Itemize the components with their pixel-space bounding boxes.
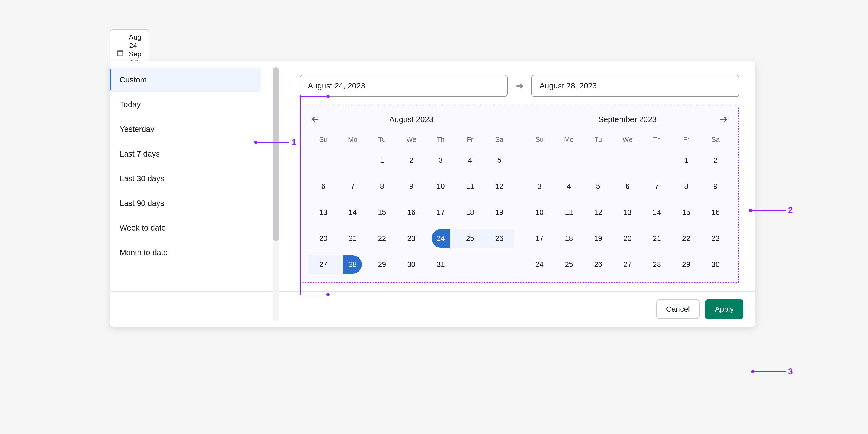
calendar-title: August 2023: [389, 115, 433, 124]
calendar-day[interactable]: 3: [525, 173, 554, 199]
weekday-header: Mo: [338, 132, 367, 147]
calendar-day[interactable]: 28: [338, 251, 367, 278]
calendar-day[interactable]: 30: [397, 251, 426, 278]
calendar-day[interactable]: 1: [672, 147, 701, 173]
weekday-header: Tu: [584, 132, 613, 147]
calendar-day[interactable]: 31: [426, 251, 456, 278]
calendar-day[interactable]: 23: [701, 225, 730, 251]
preset-last-90-days[interactable]: Last 90 days: [110, 191, 261, 215]
calendar-day[interactable]: 29: [672, 251, 701, 278]
weekday-header: Sa: [701, 132, 730, 147]
annotation-2: 2: [788, 205, 793, 215]
calendar-day[interactable]: 26: [485, 225, 514, 251]
calendar-day[interactable]: 27: [309, 251, 338, 278]
calendar-day[interactable]: 19: [584, 225, 613, 251]
calendar-day[interactable]: 25: [456, 225, 485, 251]
cancel-button[interactable]: Cancel: [656, 300, 700, 319]
calendar-day[interactable]: 25: [554, 251, 584, 278]
calendar-day[interactable]: 5: [485, 147, 514, 173]
calendar-day[interactable]: 14: [338, 199, 367, 225]
calendar-icon: [116, 50, 124, 59]
calendar-panel: August 2023SuMoTuWeThFrSa123456789101112…: [300, 105, 739, 283]
calendar-day[interactable]: 18: [456, 199, 485, 225]
weekday-header: Fr: [672, 132, 701, 147]
calendar-day[interactable]: 30: [701, 251, 730, 278]
calendar-day[interactable]: 9: [397, 173, 426, 199]
preset-custom[interactable]: Custom: [110, 68, 261, 92]
preset-month-to-date[interactable]: Month to date: [110, 241, 261, 265]
preset-yesterday[interactable]: Yesterday: [110, 117, 261, 141]
weekday-header: Su: [525, 132, 554, 147]
calendar-day[interactable]: 17: [525, 225, 554, 251]
calendar-day[interactable]: 16: [701, 199, 730, 225]
calendar-title: September 2023: [598, 115, 656, 124]
calendar-day[interactable]: 9: [701, 173, 730, 199]
calendar-day[interactable]: 28: [642, 251, 672, 278]
calendar-day[interactable]: 18: [554, 225, 584, 251]
calendar-day[interactable]: 2: [397, 147, 426, 173]
preset-scrollbar-thumb[interactable]: [273, 67, 279, 241]
prev-month-button[interactable]: [311, 115, 320, 124]
calendar-day[interactable]: 12: [584, 199, 613, 225]
calendar-day[interactable]: 24: [525, 251, 554, 278]
calendar-day[interactable]: 23: [397, 225, 426, 251]
apply-button[interactable]: Apply: [705, 300, 744, 319]
calendar-day[interactable]: 24: [426, 225, 456, 251]
calendar-day[interactable]: 26: [584, 251, 613, 278]
calendar-day[interactable]: 1: [367, 147, 397, 173]
calendar-day[interactable]: 17: [426, 199, 456, 225]
apply-label: Apply: [715, 305, 734, 313]
preset-scrollbar[interactable]: [273, 67, 279, 321]
calendar-day[interactable]: 12: [485, 173, 514, 199]
calendar-day[interactable]: 10: [525, 199, 554, 225]
weekday-header: We: [397, 132, 426, 147]
annotation-3: 3: [788, 367, 793, 376]
calendar-day[interactable]: 13: [613, 199, 642, 225]
weekday-header: Th: [642, 132, 672, 147]
start-date-input[interactable]: August 24, 2023: [300, 75, 507, 97]
calendar-day[interactable]: 7: [642, 173, 672, 199]
weekday-header: Su: [309, 132, 338, 147]
calendar-day[interactable]: 2: [701, 147, 730, 173]
calendar-day[interactable]: 15: [367, 199, 397, 225]
preset-today[interactable]: Today: [110, 93, 261, 117]
calendar-day[interactable]: 16: [397, 199, 426, 225]
calendar-day[interactable]: 7: [338, 173, 367, 199]
calendar-day[interactable]: 22: [367, 225, 397, 251]
preset-week-to-date[interactable]: Week to date: [110, 216, 261, 240]
calendar-day[interactable]: 4: [554, 173, 584, 199]
calendar-day[interactable]: 3: [426, 147, 456, 173]
calendar-day[interactable]: 6: [309, 173, 338, 199]
weekday-header: Th: [426, 132, 456, 147]
calendar-day[interactable]: 11: [554, 199, 584, 225]
weekday-header: We: [613, 132, 642, 147]
calendar-day[interactable]: 21: [338, 225, 367, 251]
calendar-day[interactable]: 5: [584, 173, 613, 199]
calendar-day[interactable]: 13: [309, 199, 338, 225]
calendar-day[interactable]: 21: [642, 225, 672, 251]
calendar-day[interactable]: 29: [367, 251, 397, 278]
preset-last-7-days[interactable]: Last 7 days: [110, 142, 261, 166]
calendar-day[interactable]: 11: [456, 173, 485, 199]
calendar-day[interactable]: 20: [613, 225, 642, 251]
calendar-day[interactable]: 14: [642, 199, 672, 225]
calendar-day[interactable]: 4: [456, 147, 485, 173]
calendar-month: August 2023SuMoTuWeThFrSa123456789101112…: [309, 111, 514, 278]
weekday-header: Tu: [367, 132, 397, 147]
calendar-day[interactable]: 6: [613, 173, 642, 199]
calendar-day[interactable]: 22: [672, 225, 701, 251]
end-date-value: August 28, 2023: [539, 82, 597, 90]
calendar-day[interactable]: 8: [367, 173, 397, 199]
preset-last-30-days[interactable]: Last 30 days: [110, 166, 261, 191]
calendar-day[interactable]: 10: [426, 173, 456, 199]
calendar-day[interactable]: 8: [672, 173, 701, 199]
end-date-input[interactable]: August 28, 2023: [531, 75, 739, 97]
next-month-button[interactable]: [719, 115, 728, 124]
arrow-right-icon: [515, 82, 524, 90]
calendar-day[interactable]: 27: [613, 251, 642, 278]
date-picker-popover: CustomTodayYesterdayLast 7 daysLast 30 d…: [110, 61, 755, 327]
calendar-day[interactable]: 19: [485, 199, 514, 225]
weekday-header: Fr: [456, 132, 485, 147]
calendar-day[interactable]: 20: [309, 225, 338, 251]
calendar-day[interactable]: 15: [672, 199, 701, 225]
